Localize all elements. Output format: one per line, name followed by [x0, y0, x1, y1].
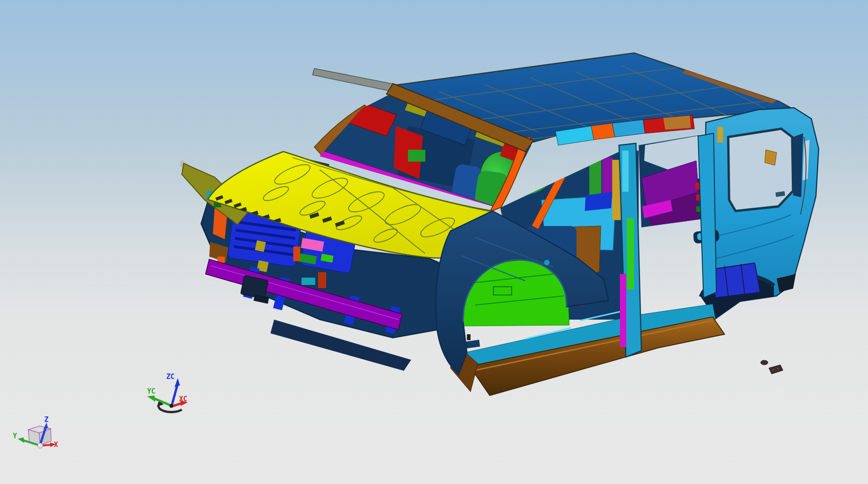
- absolute-csys-triad: Z Y X: [13, 416, 58, 449]
- b-pillar-green-strip: [627, 218, 634, 289]
- car-body-model[interactable]: [180, 53, 819, 395]
- headrest-green: [408, 150, 425, 162]
- b-pillar-highlight: [622, 151, 629, 192]
- debris-dot-1: [773, 369, 774, 371]
- c-pillar-gold-bracket: [717, 127, 723, 142]
- wcs-triad[interactable]: ZC YC XC: [147, 373, 188, 412]
- cad-viewport[interactable]: ZC YC XC Z Y X: [0, 0, 868, 484]
- wcs-z-axis[interactable]: [172, 385, 177, 405]
- csys-y-arrowhead: [18, 437, 24, 443]
- pillar-trim-purple: [602, 158, 613, 198]
- debris-parts[interactable]: [761, 360, 783, 374]
- rail-segment-orange: [591, 123, 615, 140]
- csys-x-label: X: [54, 441, 58, 449]
- quarter-window-aperture: [728, 129, 793, 211]
- rocker-tab-2: [467, 334, 471, 340]
- red-clip-1: [695, 183, 700, 189]
- csys-origin-highlight: [38, 444, 40, 446]
- wcs-origin[interactable]: [169, 404, 173, 408]
- wcs-zc-label: ZC: [166, 373, 175, 381]
- wcs-xc-label: XC: [179, 395, 187, 403]
- model-canvas[interactable]: ZC YC XC Z Y X: [0, 0, 868, 484]
- window-bracket: [765, 150, 777, 165]
- wcs-y-arrowhead: [147, 395, 155, 402]
- hanging-bracket: [240, 275, 269, 304]
- b-pillar-magenta-strip: [620, 274, 626, 347]
- csys-z-label: Z: [44, 416, 48, 424]
- c-pillar-band: [698, 133, 716, 298]
- debris-dot-2: [777, 368, 779, 369]
- debris-blob: [761, 360, 768, 365]
- rear-door-aperture[interactable]: [637, 132, 704, 231]
- csys-y-label: Y: [13, 432, 17, 440]
- csys-origin-ball: [38, 443, 43, 448]
- orange-column: [293, 247, 300, 261]
- rail-segment-tan: [663, 116, 691, 130]
- red-block: [318, 272, 326, 288]
- debris-bar: [769, 365, 783, 374]
- far-rail-sliver: [312, 68, 398, 92]
- wcs-z-arrowhead: [175, 378, 180, 387]
- fender-hole: [544, 260, 550, 265]
- wcs-yc-label: YC: [147, 387, 155, 395]
- teal-patch: [302, 278, 315, 285]
- pillar-green-patch: [589, 155, 601, 197]
